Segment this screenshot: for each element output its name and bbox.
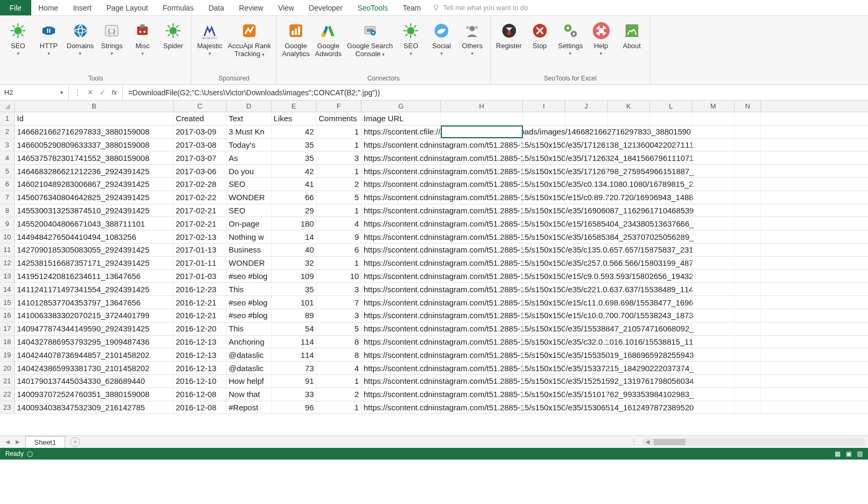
cell[interactable]: SEO [227, 178, 272, 191]
cell[interactable]: 35 [272, 139, 317, 151]
cell[interactable] [441, 388, 523, 401]
cell[interactable]: https://scontent.cdninstagram.com/t51.28… [361, 165, 441, 177]
column-header[interactable]: H [441, 101, 523, 112]
cell[interactable]: 1404244078736944857_2101458202 [15, 348, 174, 361]
cell[interactable]: 2016-12-21 [174, 296, 227, 309]
cell[interactable] [441, 204, 523, 217]
cell[interactable] [608, 283, 650, 295]
cell[interactable]: 180 [272, 217, 317, 230]
cell[interactable]: WONDER [227, 191, 272, 204]
cell[interactable] [523, 204, 565, 217]
cell[interactable] [608, 230, 650, 243]
cell[interactable] [608, 309, 650, 322]
cell[interactable]: #seo #blog [227, 296, 272, 309]
cell[interactable] [692, 401, 735, 414]
cell[interactable] [735, 375, 761, 388]
cell[interactable] [650, 309, 692, 322]
cell[interactable]: 3 [317, 309, 361, 322]
cell[interactable] [650, 139, 692, 151]
cell[interactable]: 73 [272, 362, 317, 374]
row-header[interactable]: 8 [0, 204, 15, 217]
cell[interactable] [692, 191, 735, 204]
cell[interactable]: 1456076340804642825_2924391425 [15, 191, 174, 204]
cell[interactable] [523, 151, 565, 164]
cell[interactable]: 1419512420816234611_13647656 [15, 270, 174, 283]
cell[interactable]: @dataslic [227, 362, 272, 374]
cell[interactable] [692, 336, 735, 348]
cell[interactable] [441, 257, 523, 269]
cell[interactable] [692, 348, 735, 361]
cell[interactable] [441, 139, 523, 151]
cell[interactable] [441, 336, 523, 348]
ribbon-seo-button[interactable]: SEO▾ [5, 19, 31, 56]
cell[interactable]: 54 [272, 322, 317, 335]
cell[interactable] [441, 283, 523, 295]
cell[interactable]: 41 [272, 178, 317, 191]
cell[interactable] [735, 139, 761, 151]
cell[interactable] [735, 204, 761, 217]
menu-tab-developer[interactable]: Developer [302, 0, 350, 15]
cell[interactable]: Do you [227, 165, 272, 177]
column-header[interactable]: N [735, 101, 761, 112]
cell[interactable]: 1411241171497341554_2924391425 [15, 283, 174, 295]
cell[interactable] [735, 165, 761, 177]
cell[interactable] [608, 322, 650, 335]
cell[interactable] [692, 204, 735, 217]
cell[interactable] [608, 217, 650, 230]
menu-tab-review[interactable]: Review [232, 0, 271, 15]
cell[interactable] [523, 401, 565, 414]
formula-input[interactable]: =DownloadFile(G2;"C:\Users\Victor\Downlo… [123, 88, 868, 97]
cell[interactable]: 1465375782301741552_3880159008 [15, 151, 174, 164]
row-header[interactable]: 13 [0, 270, 15, 283]
cell[interactable] [608, 244, 650, 256]
horizontal-scrollbar[interactable]: ◄ [643, 438, 865, 446]
cell[interactable]: 1455300313253874510_2924391425 [15, 204, 174, 217]
cell[interactable]: 2017-03-08 [174, 139, 227, 151]
row-header[interactable]: 20 [0, 362, 15, 374]
cell[interactable] [565, 401, 608, 414]
cell[interactable] [650, 204, 692, 217]
row-header[interactable]: 12 [0, 257, 15, 269]
cell[interactable]: Nothing w [227, 230, 272, 243]
cell[interactable] [650, 178, 692, 191]
cell[interactable] [523, 191, 565, 204]
cell[interactable] [650, 375, 692, 388]
cell[interactable] [735, 230, 761, 243]
cell[interactable] [565, 296, 608, 309]
row-header[interactable]: 11 [0, 244, 15, 256]
cell[interactable]: 2017-02-21 [174, 217, 227, 230]
row-header[interactable]: 21 [0, 375, 15, 388]
cell[interactable] [441, 125, 523, 138]
cell[interactable] [441, 178, 523, 191]
cell[interactable] [523, 270, 565, 283]
cell[interactable]: 2016-12-13 [174, 362, 227, 374]
cell[interactable] [735, 257, 761, 269]
cell[interactable] [650, 244, 692, 256]
cell[interactable]: 1466005290809633337_3880159008 [15, 139, 174, 151]
cell[interactable]: 2016-12-23 [174, 283, 227, 295]
cell[interactable]: https://scontent.cdninstagram.com/t51.28… [361, 309, 441, 322]
view-normal-icon[interactable]: ▦ [835, 450, 840, 457]
cell[interactable]: 1400934038347532309_216142785 [15, 401, 174, 414]
cell[interactable] [735, 178, 761, 191]
cell[interactable] [650, 230, 692, 243]
cell[interactable]: https://scontent.cfile:///C:/Users/Victo… [361, 125, 441, 138]
cancel-formula-icon[interactable]: ✕ [87, 88, 93, 96]
cell[interactable]: https://scontent.cdninstagram.com/t51.28… [361, 388, 441, 401]
cell[interactable]: 1466821662716297833_3880159008 [15, 125, 174, 138]
cell[interactable] [735, 388, 761, 401]
cell[interactable] [523, 230, 565, 243]
cell[interactable] [441, 230, 523, 243]
cell[interactable] [565, 309, 608, 322]
cell[interactable] [735, 322, 761, 335]
cell[interactable] [565, 388, 608, 401]
cell[interactable]: 1449484276504410494_1083256 [15, 230, 174, 243]
cell[interactable] [608, 178, 650, 191]
cell[interactable] [523, 257, 565, 269]
row-header[interactable]: 15 [0, 296, 15, 309]
cell[interactable]: 1 [317, 257, 361, 269]
cell[interactable]: 2 [317, 178, 361, 191]
cell[interactable]: 1 [317, 401, 361, 414]
column-header[interactable]: F [317, 101, 361, 112]
row-header[interactable]: 17 [0, 322, 15, 335]
